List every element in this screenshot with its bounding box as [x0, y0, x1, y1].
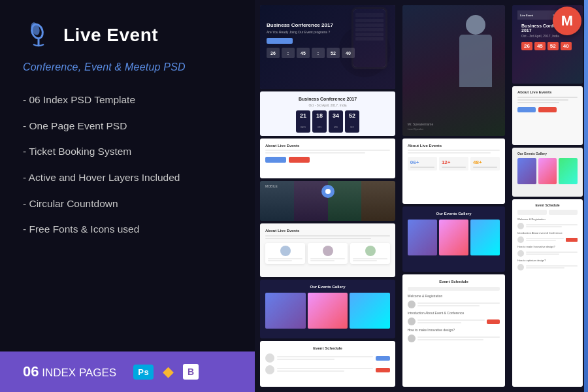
- features-list: - 06 Index PSD Template - One Page Event…: [23, 93, 232, 237]
- cd-min: 52: [327, 48, 340, 58]
- sketch-icon: ◆: [163, 363, 174, 380]
- cd-sep2: :: [312, 48, 325, 58]
- gallery-img-3: [350, 293, 390, 329]
- hero-cta-btn: [267, 38, 293, 44]
- mobile-indicator: [321, 185, 335, 198]
- cd-sec: 40: [342, 48, 355, 58]
- envato-badge: M: [553, 7, 581, 35]
- screen-right-gallery: Our Events Gallery: [512, 148, 583, 197]
- about-title-sm: About Live Events: [265, 144, 390, 148]
- screen-gallery-2: Our Events Gallery: [402, 206, 506, 272]
- feature-6: - Free Fonts & Icons used: [23, 222, 232, 237]
- screen-right-schedule: Event Schedule Welcome & Registration In…: [512, 199, 583, 387]
- gallery-grid: [265, 293, 390, 329]
- cd-sep: :: [282, 48, 295, 58]
- photoshop-icon: Ps: [133, 365, 154, 380]
- screen-right-about: About Live Events: [512, 86, 583, 145]
- rg-img-2: [538, 158, 557, 184]
- conf-countdown: 21 DAYS 18 HRS 34 MIN 52 SEC: [265, 110, 390, 133]
- screen-schedule-2: Event Schedule Welcome & Registration In…: [402, 274, 506, 387]
- screen-gallery: Our Events Gallery: [260, 280, 395, 338]
- hero-sub-sm: Are You Ready Joing Our Event programs ?: [267, 30, 389, 34]
- conf-date-sm: Oct - 3rd April, 2017, India: [265, 103, 390, 107]
- col-sep-1: [398, 5, 400, 387]
- schedule-btn-2[interactable]: [376, 368, 390, 372]
- feature-3: - Ticket Booking System: [23, 144, 232, 159]
- right-panel: M Live Events Business Confere: [255, 0, 588, 392]
- app-subtitle: Conference, Event & Meetup PSD: [23, 61, 232, 73]
- schedule-register-btn[interactable]: [487, 319, 500, 324]
- conf-title-sm: Business Conference 2017: [265, 97, 390, 101]
- gallery-title: Our Events Gallery: [265, 285, 390, 289]
- app-title: Live Event: [63, 25, 158, 46]
- countdown-row: 26 : 45 : 52 40: [267, 48, 389, 58]
- screen-hero: Live Events Business Conference 2017 Are…: [260, 5, 395, 89]
- hero-title-sm: Business Conference 2017: [267, 22, 389, 28]
- screen-countdown: Business Conference 2017 Oct - 3rd April…: [260, 91, 395, 136]
- preview-col-1: Live Events Business Conference 2017 Are…: [260, 5, 395, 387]
- preview-col-3: Live Event Business Conference 2017 Oct …: [512, 5, 583, 387]
- feature-4: - Active and Hover Layers Included: [23, 171, 232, 185]
- buy-btn[interactable]: [289, 157, 310, 163]
- about-tickets-btn[interactable]: [538, 107, 557, 112]
- rg-img-3: [559, 158, 578, 184]
- cd-hours: 45: [297, 48, 310, 58]
- logo-area: Live Event: [23, 20, 232, 51]
- schedule-btn-1[interactable]: [376, 356, 390, 361]
- screen-about-sm: About Live Events: [260, 139, 395, 178]
- microphone-icon: [23, 20, 54, 51]
- left-panel: Live Event Conference, Event & Meetup PS…: [0, 0, 255, 392]
- index-count: 06 INDEX PAGES: [23, 363, 116, 380]
- feature-1: - 06 Index PSD Template: [23, 93, 232, 107]
- rg-img-1: [517, 158, 536, 184]
- gallery-img-2: [308, 293, 348, 329]
- preview-col-2: Mr. Speakername Lead Speaker About Live …: [402, 5, 506, 387]
- bottom-bar: 06 INDEX PAGES Ps ◆ B: [0, 351, 255, 392]
- speaker-card-1: [265, 243, 305, 264]
- screen-speakers: About Live Events: [260, 223, 395, 278]
- bootstrap-icon: B: [183, 364, 199, 380]
- feature-5: - Circular Countdown: [23, 197, 232, 211]
- cd-days: 26: [267, 48, 280, 58]
- envato-icon: M: [561, 14, 573, 28]
- screen-about-cards: About Live Events 06+ 12+ 48+: [402, 139, 506, 204]
- screen-mobile-section: MOBILE: [260, 181, 395, 220]
- right-countdown: 26 45 52 40: [521, 42, 574, 50]
- speaker-card-3: [350, 243, 390, 264]
- register-btn[interactable]: [265, 157, 286, 163]
- rs-register-btn[interactable]: [566, 238, 578, 242]
- feature-2: - One Page Event PSD: [23, 119, 232, 133]
- col-sep-2: [508, 5, 510, 387]
- speaker-card-2: [308, 243, 348, 264]
- gallery-img-1: [265, 293, 306, 329]
- screen-conf-photo: Mr. Speakername Lead Speaker: [402, 5, 506, 136]
- accent-stripe: [584, 0, 588, 392]
- screen-schedule: Event Schedule: [260, 341, 395, 387]
- about-register-btn[interactable]: [517, 107, 536, 112]
- tool-icons: Ps ◆ B: [133, 363, 199, 380]
